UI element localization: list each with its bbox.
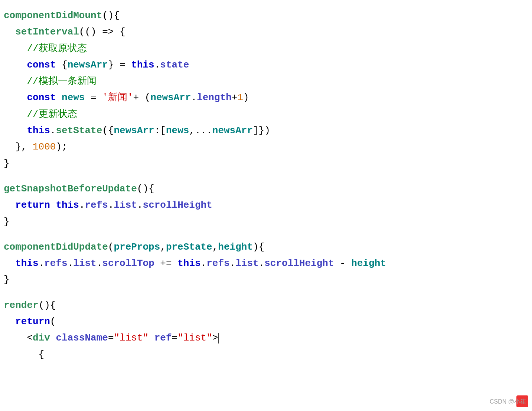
code-line: { [4,346,532,363]
component-did-mount-block: componentDidMount(){ setInterval(() => {… [4,7,532,172]
code-editor: componentDidMount(){ setInterval(() => {… [0,0,532,370]
code-line: return this.refs.list.scrollHeight [4,197,532,213]
code-line: }, 1000); [4,139,532,155]
component-did-update-block: componentDidUpdate(preProps,preState,hei… [4,239,532,288]
watermark-text: CSDN @小崔 [490,397,526,407]
code-line: const {newsArr} = this.state [4,57,532,73]
code-line-comment: //获取原状态 [4,40,532,57]
code-line: } [4,155,532,172]
code-line: this.refs.list.scrollTop += this.refs.li… [4,255,532,272]
code-line: return( [4,313,532,330]
code-line: componentDidUpdate(preProps,preState,hei… [4,239,532,255]
code-line: this.setState({newsArr:[news,...newsArr]… [4,122,532,139]
code-line-comment: //更新状态 [4,106,532,122]
render-block: render(){ return( <div className="list" … [4,297,532,363]
code-line: render(){ [4,297,532,313]
code-line: } [4,272,532,288]
get-snapshot-before-update-block: getSnapshotBeforeUpdate(){ return this.r… [4,181,532,230]
code-line: setInterval(() => { [4,24,532,40]
code-line: getSnapshotBeforeUpdate(){ [4,181,532,197]
code-line: componentDidMount(){ [4,7,532,24]
code-line: const news = '新闻'+ (newsArr.length+1) [4,89,532,106]
code-line: } [4,214,532,230]
code-line-comment: //模拟一条新闻 [4,73,532,89]
code-line: <div className="list" ref="list"> [4,330,532,346]
